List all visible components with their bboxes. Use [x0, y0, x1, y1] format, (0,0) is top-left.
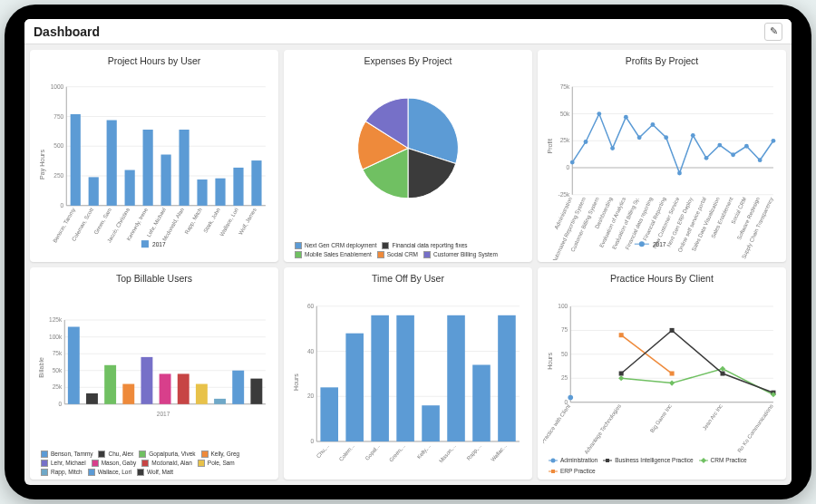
- legend-label: ERP Practice: [560, 468, 596, 474]
- legend-item: Kelly, Greg: [201, 451, 240, 458]
- svg-rect-100: [160, 373, 171, 403]
- svg-text:Advantage Technologies: Advantage Technologies: [583, 403, 622, 454]
- legend-item: Wolf, Matt: [137, 469, 173, 476]
- svg-rect-120: [422, 405, 440, 441]
- card-title: Expenses By Project: [289, 53, 527, 69]
- svg-rect-105: [250, 379, 262, 404]
- tablet-frame: Dashboard ✎ Project Hours by User Pay Ho…: [5, 5, 811, 499]
- svg-rect-95: [68, 327, 80, 404]
- svg-text:60: 60: [307, 303, 315, 309]
- svg-rect-15: [125, 170, 135, 206]
- legend-marker-icon: [603, 456, 612, 465]
- topbar: Dashboard ✎: [24, 19, 792, 44]
- dashboard-grid: Project Hours by User Pay Hours 02505007…: [24, 44, 792, 485]
- svg-text:25k: 25k: [53, 383, 63, 390]
- svg-rect-101: [178, 373, 189, 403]
- legend-swatch-icon: [41, 469, 48, 476]
- svg-point-157: [551, 459, 556, 463]
- svg-text:Gopal...: Gopal...: [364, 443, 381, 461]
- svg-text:Wolf, James: Wolf, James: [238, 207, 257, 236]
- svg-rect-97: [104, 365, 116, 404]
- svg-rect-22: [251, 160, 261, 206]
- svg-point-144: [568, 395, 573, 401]
- svg-text:1000: 1000: [51, 83, 64, 90]
- edit-button[interactable]: ✎: [764, 23, 782, 41]
- card-top-billable-users: Top Billable Users Billable 025k50k75k10…: [30, 267, 278, 480]
- svg-point-47: [570, 160, 575, 165]
- legend-swatch-icon: [98, 451, 105, 458]
- svg-text:Wallace, Lori: Wallace, Lori: [219, 207, 239, 237]
- card-time-off-by-user: Time Off By User Hours 0204060 Chu,...Co…: [284, 267, 532, 480]
- svg-rect-116: [320, 387, 338, 441]
- card-title: Top Billable Users: [35, 271, 273, 286]
- legend-label: Mcdonald, Alan: [151, 460, 191, 466]
- svg-text:Colem...: Colem...: [338, 443, 355, 462]
- legend-item: Chu, Alex: [98, 451, 133, 458]
- bar-chart-billable: Billable 025k50k75k100k125k 2017: [35, 286, 273, 449]
- svg-rect-147: [720, 372, 724, 376]
- svg-rect-121: [447, 315, 465, 441]
- legend-label: Business Intelligence Practice: [615, 457, 693, 463]
- svg-text:75k: 75k: [53, 350, 63, 356]
- y-axis-label: Hours: [293, 373, 299, 391]
- legend-2017: 2017: [152, 241, 166, 247]
- legend-swatch-icon: [201, 451, 209, 458]
- svg-text:750: 750: [53, 113, 63, 120]
- svg-rect-123: [498, 315, 516, 441]
- svg-point-56: [691, 133, 695, 138]
- legend-item: Next Gen CRM deployment: [295, 242, 376, 249]
- svg-text:Rapp, Mitch: Rapp, Mitch: [184, 207, 203, 235]
- bar-chart-timeoff: Hours 0204060 Chu,...Colem...Gopal...Gre…: [289, 286, 527, 478]
- svg-text:0: 0: [59, 401, 63, 407]
- legend-label: Social CRM: [387, 251, 418, 257]
- card-title: Profits By Project: [543, 53, 781, 69]
- svg-point-55: [677, 171, 682, 176]
- svg-rect-122: [472, 364, 491, 441]
- legend-item: Mason, Gaby: [92, 460, 137, 467]
- card-title: Project Hours by User: [35, 53, 273, 69]
- bar-chart-project-hours: Pay Hours 02505007501000 Benson, TammyCo…: [35, 69, 273, 260]
- svg-text:Jean Arc Inc: Jean Arc Inc: [702, 403, 724, 431]
- legend-swatch-icon: [92, 460, 99, 467]
- svg-text:75: 75: [561, 326, 568, 333]
- svg-text:Kelly,...: Kelly,...: [416, 443, 432, 460]
- svg-text:Green, Sam: Green, Sam: [93, 207, 112, 235]
- legend-item: Mobile Sales Enablement: [295, 251, 372, 258]
- svg-point-60: [744, 144, 749, 149]
- x-axis-label: 2017: [157, 411, 170, 417]
- svg-rect-17: [161, 155, 171, 206]
- svg-text:50k: 50k: [560, 111, 570, 117]
- legend-label: CRM Practice: [711, 457, 747, 463]
- y-axis-label: Profit: [547, 139, 553, 153]
- svg-rect-12: [71, 114, 81, 206]
- legend-label: Pole, Sam: [208, 460, 235, 466]
- svg-rect-146: [670, 328, 675, 333]
- svg-rect-119: [396, 315, 414, 441]
- card-profits-by-project: Profits By Project Profit -25k025k50k75k…: [538, 50, 786, 262]
- svg-text:50: 50: [561, 351, 568, 357]
- svg-text:0: 0: [61, 202, 64, 208]
- svg-text:Rapp,...: Rapp,...: [466, 443, 482, 461]
- svg-rect-99: [141, 357, 152, 404]
- svg-rect-19: [197, 179, 207, 206]
- card-title: Practice Hours By Client: [543, 271, 781, 286]
- card-title: Time Off By User: [289, 271, 527, 286]
- svg-text:0: 0: [567, 164, 570, 170]
- screen: Dashboard ✎ Project Hours by User Pay Ho…: [24, 19, 792, 485]
- svg-text:50k: 50k: [53, 367, 63, 373]
- y-axis-label: Hours: [547, 353, 553, 370]
- pie-chart-expenses: [289, 69, 527, 240]
- svg-rect-96: [86, 393, 98, 404]
- svg-rect-13: [89, 177, 99, 205]
- legend-label: Mobile Sales Enablement: [305, 251, 372, 257]
- legend-marker-icon: [699, 456, 708, 465]
- legend-item: Gopalpuria, Vivek: [139, 451, 195, 458]
- legend-label: Financial data reporting fixes: [392, 242, 467, 248]
- legend-item: Wallace, Lori: [88, 469, 131, 476]
- svg-rect-118: [371, 315, 389, 441]
- svg-rect-20: [215, 179, 225, 206]
- legend-marker-icon: [549, 456, 558, 465]
- legend-swatch-icon: [88, 469, 95, 476]
- legend-swatch-icon: [295, 251, 302, 258]
- legend-swatch-icon: [137, 469, 144, 476]
